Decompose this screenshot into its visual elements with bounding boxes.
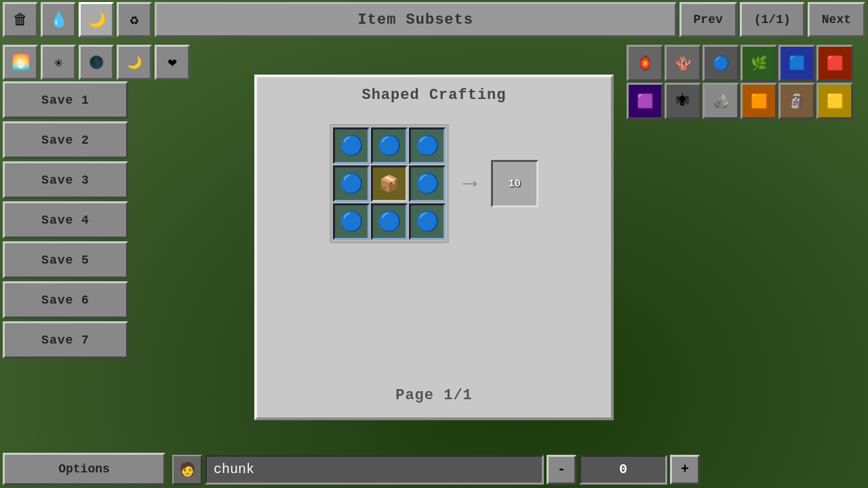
star-sun-icon-btn[interactable]: ✳️ xyxy=(41,45,76,80)
second-row-icons: 🌅 ✳️ 🌑 🌙 ❤️ xyxy=(0,42,193,83)
crafting-area: 🔵 🔵 🔵 🔵 📦 🔵 🔵 🔵 xyxy=(330,124,538,243)
crescent-light-icon-btn[interactable]: 🌑 xyxy=(79,45,114,80)
moon-icon-btn[interactable]: 🌙 xyxy=(79,2,114,37)
grid-cell-2-2[interactable]: 🔵 xyxy=(409,203,446,240)
crafting-panel: Shaped Crafting 🔵 🔵 🔵 🔵 📦 🔵 xyxy=(254,75,614,420)
grid-cell-1-0[interactable]: 🔵 xyxy=(333,165,370,202)
grid-cell-1-1[interactable]: 📦 xyxy=(371,165,408,202)
grid-cell-2-0[interactable]: 🔵 xyxy=(333,203,370,240)
minus-button[interactable]: - xyxy=(547,455,576,485)
grid-cell-0-2[interactable]: 🔵 xyxy=(409,127,446,164)
result-count: 10 xyxy=(509,178,521,190)
save-7-button[interactable]: Save 7 xyxy=(3,321,128,359)
sun-icon-btn[interactable]: 🌅 xyxy=(3,45,38,80)
page-indicator: (1/1) xyxy=(740,2,805,37)
item-orange-block[interactable]: 🟧 xyxy=(741,83,777,119)
options-button[interactable]: Options xyxy=(3,453,165,485)
top-toolbar: 🗑 💧 🌙 ♻ Item Subsets Prev (1/1) Next xyxy=(0,0,868,39)
save-5-button[interactable]: Save 5 xyxy=(3,241,128,279)
item-spider[interactable]: 🕷 xyxy=(665,83,701,119)
grid-cell-1-2[interactable]: 🔵 xyxy=(409,165,446,202)
grid-cell-2-1[interactable]: 🔵 xyxy=(371,203,408,240)
recycle-icon-btn[interactable]: ♻ xyxy=(117,2,152,37)
panel-title: Shaped Crafting xyxy=(361,87,506,104)
right-item-icons: 🏮 🪸 🔵 🌿 🟦 🟥 🟪 🕷 🪨 🟧 🗿 🟨 xyxy=(624,42,868,122)
plus-button[interactable]: + xyxy=(670,455,700,485)
trash-icon-btn[interactable]: 🗑 xyxy=(3,2,38,37)
search-input[interactable] xyxy=(205,455,544,485)
grid-cell-0-0[interactable]: 🔵 xyxy=(333,127,370,164)
save-2-button[interactable]: Save 2 xyxy=(3,121,128,159)
grid-cell-0-1[interactable]: 🔵 xyxy=(371,127,408,164)
toolbar-title: Item Subsets xyxy=(155,2,677,37)
player-icon: 🧑 xyxy=(172,455,202,485)
next-button[interactable]: Next xyxy=(808,2,865,37)
item-leaves[interactable]: 🌿 xyxy=(741,45,777,81)
crafting-arrow: → xyxy=(462,170,477,198)
crafting-grid: 🔵 🔵 🔵 🔵 📦 🔵 🔵 🔵 xyxy=(330,124,449,243)
save-4-button[interactable]: Save 4 xyxy=(3,201,128,239)
item-purple-block[interactable]: 🟪 xyxy=(627,83,663,119)
crescent-dark-icon-btn[interactable]: 🌙 xyxy=(117,45,152,80)
item-red-block[interactable]: 🟥 xyxy=(816,45,853,81)
item-brown-block[interactable]: 🗿 xyxy=(778,83,815,119)
water-icon-btn[interactable]: 💧 xyxy=(41,2,76,37)
item-lantern[interactable]: 🏮 xyxy=(627,45,663,81)
item-blue-block[interactable]: 🟦 xyxy=(778,45,815,81)
quantity-display: 0 xyxy=(579,455,667,485)
item-coral[interactable]: 🪸 xyxy=(665,45,701,81)
item-stone[interactable]: 🪨 xyxy=(703,83,739,119)
save-buttons-panel: Save 1 Save 2 Save 3 Save 4 Save 5 Save … xyxy=(3,81,128,359)
prev-button[interactable]: Prev xyxy=(679,2,737,37)
bottom-bar: 🧑 - 0 + xyxy=(170,451,868,488)
save-3-button[interactable]: Save 3 xyxy=(3,161,128,199)
page-label: Page 1/1 xyxy=(395,387,473,404)
save-6-button[interactable]: Save 6 xyxy=(3,281,128,319)
item-teal-lens[interactable]: 🔵 xyxy=(703,45,739,81)
save-1-button[interactable]: Save 1 xyxy=(3,81,128,119)
item-gold-block[interactable]: 🟨 xyxy=(816,83,853,119)
result-cell[interactable]: 10 xyxy=(491,160,538,207)
heart-icon-btn[interactable]: ❤️ xyxy=(155,45,190,80)
